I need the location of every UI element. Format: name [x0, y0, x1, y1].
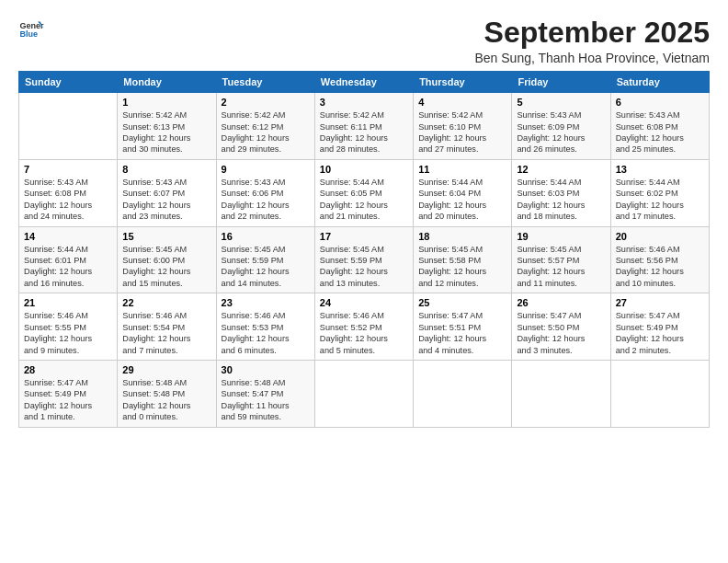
calendar-table: SundayMondayTuesdayWednesdayThursdayFrid… [18, 71, 710, 427]
day-info: Sunrise: 5:43 AM Sunset: 6:08 PM Dayligh… [616, 109, 704, 155]
day-number: 4 [418, 97, 506, 108]
day-cell: 25Sunrise: 5:47 AM Sunset: 5:51 PM Dayli… [414, 293, 512, 361]
day-info: Sunrise: 5:42 AM Sunset: 6:12 PM Dayligh… [222, 109, 310, 155]
day-cell: 15Sunrise: 5:45 AM Sunset: 6:00 PM Dayli… [118, 226, 216, 293]
week-row-4: 21Sunrise: 5:46 AM Sunset: 5:55 PM Dayli… [19, 293, 710, 361]
day-number: 1 [122, 97, 210, 108]
logo: General Blue [18, 17, 44, 42]
day-number: 10 [320, 164, 408, 175]
day-cell: 10Sunrise: 5:44 AM Sunset: 6:05 PM Dayli… [314, 159, 413, 226]
day-info: Sunrise: 5:43 AM Sunset: 6:07 PM Dayligh… [122, 177, 210, 223]
day-cell: 16Sunrise: 5:45 AM Sunset: 5:59 PM Dayli… [216, 226, 314, 293]
day-number: 18 [418, 231, 506, 242]
day-number: 7 [24, 164, 112, 175]
day-info: Sunrise: 5:45 AM Sunset: 6:00 PM Dayligh… [122, 244, 210, 290]
day-info: Sunrise: 5:46 AM Sunset: 5:53 PM Dayligh… [222, 310, 310, 356]
day-number: 27 [616, 297, 704, 308]
header-row: SundayMondayTuesdayWednesdayThursdayFrid… [19, 72, 710, 93]
day-info: Sunrise: 5:47 AM Sunset: 5:50 PM Dayligh… [517, 310, 605, 356]
day-number: 2 [222, 97, 310, 108]
calendar-page: General Blue September 2025 Ben Sung, Th… [0, 0, 728, 437]
day-cell: 27Sunrise: 5:47 AM Sunset: 5:49 PM Dayli… [610, 293, 709, 361]
header: General Blue September 2025 Ben Sung, Th… [18, 17, 710, 65]
day-info: Sunrise: 5:46 AM Sunset: 5:52 PM Dayligh… [320, 310, 408, 356]
day-info: Sunrise: 5:47 AM Sunset: 5:49 PM Dayligh… [24, 377, 112, 423]
day-number: 14 [24, 231, 112, 242]
day-cell: 6Sunrise: 5:43 AM Sunset: 6:08 PM Daylig… [610, 93, 709, 160]
day-cell: 23Sunrise: 5:46 AM Sunset: 5:53 PM Dayli… [216, 293, 314, 361]
day-info: Sunrise: 5:46 AM Sunset: 5:55 PM Dayligh… [24, 310, 112, 356]
day-number: 13 [616, 164, 704, 175]
day-cell: 3Sunrise: 5:42 AM Sunset: 6:11 PM Daylig… [314, 93, 413, 160]
day-cell [314, 360, 413, 427]
day-cell: 28Sunrise: 5:47 AM Sunset: 5:49 PM Dayli… [19, 360, 118, 427]
day-cell: 30Sunrise: 5:48 AM Sunset: 5:47 PM Dayli… [216, 360, 314, 427]
week-row-5: 28Sunrise: 5:47 AM Sunset: 5:49 PM Dayli… [19, 360, 710, 427]
month-title: September 2025 [474, 17, 710, 49]
day-cell: 14Sunrise: 5:44 AM Sunset: 6:01 PM Dayli… [19, 226, 118, 293]
day-info: Sunrise: 5:45 AM Sunset: 5:59 PM Dayligh… [222, 244, 310, 290]
header-cell-saturday: Saturday [610, 72, 709, 93]
day-info: Sunrise: 5:42 AM Sunset: 6:13 PM Dayligh… [122, 109, 210, 155]
day-number: 29 [122, 364, 210, 375]
day-number: 22 [122, 297, 210, 308]
day-info: Sunrise: 5:46 AM Sunset: 5:54 PM Dayligh… [122, 310, 210, 356]
day-cell: 4Sunrise: 5:42 AM Sunset: 6:10 PM Daylig… [414, 93, 512, 160]
day-number: 23 [222, 297, 310, 308]
day-number: 16 [222, 231, 310, 242]
day-number: 11 [418, 164, 506, 175]
day-number: 17 [320, 231, 408, 242]
title-area: September 2025 Ben Sung, Thanh Hoa Provi… [474, 17, 710, 65]
day-cell [512, 360, 610, 427]
week-row-2: 7Sunrise: 5:43 AM Sunset: 6:08 PM Daylig… [19, 159, 710, 226]
day-number: 26 [517, 297, 605, 308]
header-cell-tuesday: Tuesday [216, 72, 314, 93]
day-info: Sunrise: 5:45 AM Sunset: 5:59 PM Dayligh… [320, 244, 408, 290]
day-info: Sunrise: 5:44 AM Sunset: 6:02 PM Dayligh… [616, 177, 704, 223]
day-info: Sunrise: 5:48 AM Sunset: 5:47 PM Dayligh… [222, 377, 310, 423]
day-number: 9 [222, 164, 310, 175]
day-info: Sunrise: 5:44 AM Sunset: 6:05 PM Dayligh… [320, 177, 408, 223]
day-number: 20 [616, 231, 704, 242]
day-number: 28 [24, 364, 112, 375]
day-number: 3 [320, 97, 408, 108]
day-number: 25 [418, 297, 506, 308]
day-number: 12 [517, 164, 605, 175]
day-info: Sunrise: 5:48 AM Sunset: 5:48 PM Dayligh… [122, 377, 210, 423]
day-cell: 20Sunrise: 5:46 AM Sunset: 5:56 PM Dayli… [610, 226, 709, 293]
day-cell [19, 93, 118, 160]
header-cell-friday: Friday [512, 72, 610, 93]
day-number: 8 [122, 164, 210, 175]
header-cell-monday: Monday [118, 72, 216, 93]
week-row-1: 1Sunrise: 5:42 AM Sunset: 6:13 PM Daylig… [19, 93, 710, 160]
day-number: 5 [517, 97, 605, 108]
day-cell: 9Sunrise: 5:43 AM Sunset: 6:06 PM Daylig… [216, 159, 314, 226]
day-cell: 21Sunrise: 5:46 AM Sunset: 5:55 PM Dayli… [19, 293, 118, 361]
day-info: Sunrise: 5:43 AM Sunset: 6:09 PM Dayligh… [517, 109, 605, 155]
day-cell [414, 360, 512, 427]
day-number: 15 [122, 231, 210, 242]
week-row-3: 14Sunrise: 5:44 AM Sunset: 6:01 PM Dayli… [19, 226, 710, 293]
day-cell: 5Sunrise: 5:43 AM Sunset: 6:09 PM Daylig… [512, 93, 610, 160]
day-cell: 29Sunrise: 5:48 AM Sunset: 5:48 PM Dayli… [118, 360, 216, 427]
day-cell: 1Sunrise: 5:42 AM Sunset: 6:13 PM Daylig… [118, 93, 216, 160]
day-info: Sunrise: 5:46 AM Sunset: 5:56 PM Dayligh… [616, 244, 704, 290]
day-info: Sunrise: 5:45 AM Sunset: 5:58 PM Dayligh… [418, 244, 506, 290]
day-cell: 18Sunrise: 5:45 AM Sunset: 5:58 PM Dayli… [414, 226, 512, 293]
day-cell: 7Sunrise: 5:43 AM Sunset: 6:08 PM Daylig… [19, 159, 118, 226]
day-cell: 13Sunrise: 5:44 AM Sunset: 6:02 PM Dayli… [610, 159, 709, 226]
day-cell: 11Sunrise: 5:44 AM Sunset: 6:04 PM Dayli… [414, 159, 512, 226]
header-cell-sunday: Sunday [19, 72, 118, 93]
logo-icon: General Blue [18, 17, 44, 42]
day-number: 21 [24, 297, 112, 308]
day-info: Sunrise: 5:42 AM Sunset: 6:10 PM Dayligh… [418, 109, 506, 155]
day-cell: 8Sunrise: 5:43 AM Sunset: 6:07 PM Daylig… [118, 159, 216, 226]
day-cell: 26Sunrise: 5:47 AM Sunset: 5:50 PM Dayli… [512, 293, 610, 361]
header-cell-wednesday: Wednesday [314, 72, 413, 93]
day-cell: 12Sunrise: 5:44 AM Sunset: 6:03 PM Dayli… [512, 159, 610, 226]
svg-text:Blue: Blue [19, 29, 38, 39]
day-info: Sunrise: 5:42 AM Sunset: 6:11 PM Dayligh… [320, 109, 408, 155]
day-cell: 24Sunrise: 5:46 AM Sunset: 5:52 PM Dayli… [314, 293, 413, 361]
day-cell: 2Sunrise: 5:42 AM Sunset: 6:12 PM Daylig… [216, 93, 314, 160]
day-cell: 17Sunrise: 5:45 AM Sunset: 5:59 PM Dayli… [314, 226, 413, 293]
